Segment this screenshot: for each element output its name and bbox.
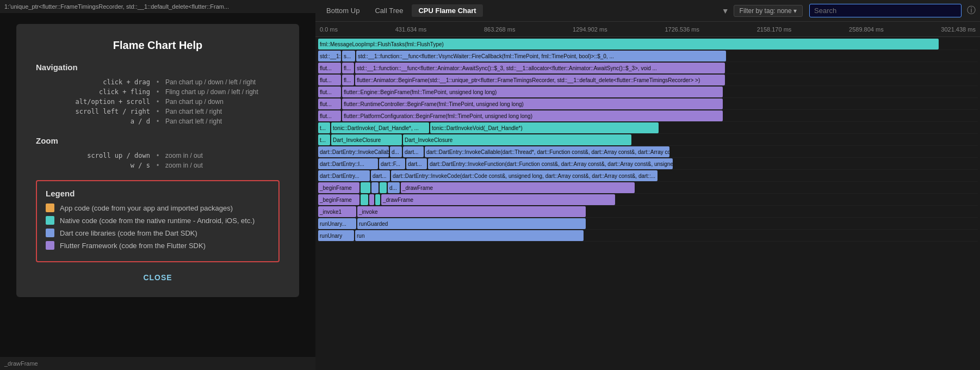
zoom-shortcuts-grid: scroll up / down • zoom in / out w / s •… xyxy=(36,152,280,169)
flame-cell[interactable]: flutter::RuntimeController::BeginFrame(f… xyxy=(342,98,723,109)
flame-cell[interactable]: fml::MessageLoopImpl::FlushTasks(fml::Fl… xyxy=(318,39,939,50)
search-input[interactable] xyxy=(809,4,962,17)
flame-cell[interactable]: d... xyxy=(390,146,402,157)
legend-label-native: Native code (code from the native runtim… xyxy=(60,217,255,225)
flame-cell[interactable] xyxy=(361,182,370,193)
flame-cell[interactable]: dart... xyxy=(371,170,390,181)
flame-chart-help-dialog: Flame Chart Help Navigation click + drag… xyxy=(16,24,299,297)
time-1294: 1294.902 ms xyxy=(573,26,607,33)
flame-cell[interactable]: std::__1::function::__func<flutter::Anim… xyxy=(355,63,725,73)
flame-cell[interactable]: fl... xyxy=(342,63,354,73)
flame-row-5: flut... flutter::RuntimeController::Begi… xyxy=(318,98,978,110)
flame-cell[interactable]: dart::DartEntry::InvokeCallab... xyxy=(318,146,389,157)
time-431: 431.634 ms xyxy=(395,26,426,33)
legend-label-dart: Dart core libraries (code from the Dart … xyxy=(60,229,197,237)
flame-cell[interactable]: flut... xyxy=(318,87,341,97)
shortcut-key-1: click + drag xyxy=(36,78,150,86)
flame-row-15: runUnary... runGuarded xyxy=(318,218,978,230)
flame-cell[interactable]: std::__1::function::__func<flutter::Vsyn… xyxy=(356,51,726,61)
flame-cell[interactable] xyxy=(361,194,368,205)
flame-cell[interactable]: _invoke xyxy=(357,206,586,217)
flame-row-11: dart::DartEntry... dart... dart::DartEnt… xyxy=(318,170,978,182)
shortcut-desc-5: Pan chart left / right xyxy=(165,118,280,125)
tab-bottom-up[interactable]: Bottom Up xyxy=(320,4,366,17)
dialog-title: Flame Chart Help xyxy=(36,39,280,52)
shortcut-desc-3: Pan chart up / down xyxy=(165,98,280,106)
flame-cell[interactable]: Dart_InvokeClosure xyxy=(403,134,631,145)
flame-cell[interactable] xyxy=(371,182,379,193)
flame-row-7: t... tonic::DartInvoke(_Dart_Handle*, ..… xyxy=(318,122,978,134)
flame-cell[interactable]: _invoke1 xyxy=(318,206,356,217)
flame-row-2: flut... fl... std::__1::function::__func… xyxy=(318,62,978,74)
flame-row-9: dart::DartEntry::InvokeCallab... d... da… xyxy=(318,146,978,158)
flame-cell[interactable]: flut... xyxy=(318,75,341,85)
flame-cell[interactable]: flutter::Animator::BeginFrame(std::__1::… xyxy=(355,75,725,85)
time-0: 0.0 ms xyxy=(320,26,338,33)
flame-cell[interactable]: dart::DartEntry::I... xyxy=(318,158,378,169)
flame-row-8: t... Dart_InvokeClosure Dart_InvokeClosu… xyxy=(318,134,978,146)
legend-color-flutter xyxy=(46,241,54,250)
flame-cell[interactable]: t... xyxy=(318,134,330,145)
tab-cpu-flame-chart[interactable]: CPU Flame Chart xyxy=(412,4,482,17)
flame-cell[interactable]: flut... xyxy=(318,63,341,73)
flame-cell[interactable]: runUnary... xyxy=(318,218,356,229)
bottom-bar: _drawFrame xyxy=(0,357,315,370)
flame-cell[interactable]: tonic::DartInvoke(_Dart_Handle*, ... xyxy=(331,122,429,133)
flame-cell[interactable]: Dart_InvokeClosure xyxy=(331,134,402,145)
flame-cell[interactable]: flutter::PlatformConfiguration::BeginFra… xyxy=(342,110,723,121)
flame-cell[interactable]: runUnary xyxy=(318,230,354,241)
flame-cell[interactable]: _beginFrame xyxy=(318,194,359,205)
flame-cell[interactable]: t... xyxy=(318,122,330,133)
flame-cell[interactable]: runGuarded xyxy=(357,218,586,229)
flame-cell[interactable]: run xyxy=(355,230,584,241)
shortcut-desc-2: Fling chart up / down / left / right xyxy=(165,88,280,96)
flame-row-6: flut... flutter::PlatformConfiguration::… xyxy=(318,110,978,122)
flame-cell[interactable]: dart::DartEntry... xyxy=(318,170,370,181)
toolbar: Bottom Up Call Tree CPU Flame Chart ▼ Fi… xyxy=(315,0,980,22)
flame-row-12: _beginFrame d... _drawFrame xyxy=(318,182,978,194)
shortcut-key-3: alt/option + scroll xyxy=(36,98,150,106)
legend-color-dart xyxy=(46,229,54,237)
flame-row-3: flut... fl... flutter::Animator::BeginFr… xyxy=(318,74,978,86)
flame-cell[interactable]: dart... xyxy=(403,146,424,157)
flame-cell[interactable] xyxy=(380,182,387,193)
filter-tag[interactable]: Filter by tag: none ▾ xyxy=(734,5,803,17)
time-2589: 2589.804 ms xyxy=(849,26,884,33)
legend-item-dart: Dart core libraries (code from the Dart … xyxy=(46,229,270,237)
flame-cell[interactable]: _drawFrame xyxy=(381,194,615,205)
zoom-key-2: w / s xyxy=(36,162,150,169)
close-button[interactable]: CLOSE xyxy=(36,273,280,282)
time-1726: 1726.536 ms xyxy=(665,26,699,33)
flame-cell[interactable] xyxy=(375,194,380,205)
flame-row-4: flut... flutter::Engine::BeginFrame(fml:… xyxy=(318,86,978,98)
flame-area[interactable]: fml::MessageLoopImpl::FlushTasks(fml::Fl… xyxy=(315,37,980,370)
flame-cell[interactable]: dart::DartEntry::InvokeFunction(dart::Fu… xyxy=(428,158,673,169)
flame-cell[interactable]: std::__1: s... xyxy=(318,51,341,61)
left-panel: 1:'unique_ptr<flutter::FrameTimingsRecor… xyxy=(0,0,315,370)
right-panel: Bottom Up Call Tree CPU Flame Chart ▼ Fi… xyxy=(315,0,980,370)
legend-item-app: App code (code from your app and importe… xyxy=(46,203,270,212)
flame-cell[interactable]: flut... xyxy=(318,110,341,121)
flame-cell[interactable]: s... xyxy=(342,51,355,61)
flame-cell[interactable]: dart::DartEntry::InvokeCallable(dart::Th… xyxy=(425,146,669,157)
flame-cell[interactable]: dart... xyxy=(406,158,427,169)
flame-row-14: _invoke1 _invoke xyxy=(318,206,978,218)
info-icon[interactable]: ⓘ xyxy=(967,5,976,16)
flame-cell[interactable]: fl... xyxy=(342,75,354,85)
legend-label-app: App code (code from your app and importe… xyxy=(60,204,233,212)
flame-cell[interactable]: dart::F... xyxy=(379,158,405,169)
shortcut-desc-1: Pan chart up / down / left / right xyxy=(165,78,280,86)
flame-cell[interactable]: _beginFrame xyxy=(318,182,359,193)
ruler-labels: 0.0 ms 431.634 ms 863.268 ms 1294.902 ms… xyxy=(315,26,980,33)
flame-cell[interactable]: dart::DartEntry::InvokeCode(dart::Code c… xyxy=(391,170,658,181)
flame-cell[interactable]: flut... xyxy=(318,98,341,109)
filter-icon: ▼ xyxy=(722,7,729,15)
zoom-title: Zoom xyxy=(36,136,280,145)
tab-call-tree[interactable]: Call Tree xyxy=(368,4,410,17)
flame-cell[interactable]: _drawFrame xyxy=(401,182,635,193)
flame-cell[interactable]: tonic::DartInvokeVoid(_Dart_Handle*) xyxy=(430,122,659,133)
flame-cell[interactable]: flutter::Engine::BeginFrame(fml::TimePoi… xyxy=(342,87,723,97)
flame-cell[interactable] xyxy=(369,194,374,205)
legend-label-flutter: Flutter Framework (code from the Flutter… xyxy=(60,242,206,250)
flame-cell[interactable]: d... xyxy=(388,182,400,193)
